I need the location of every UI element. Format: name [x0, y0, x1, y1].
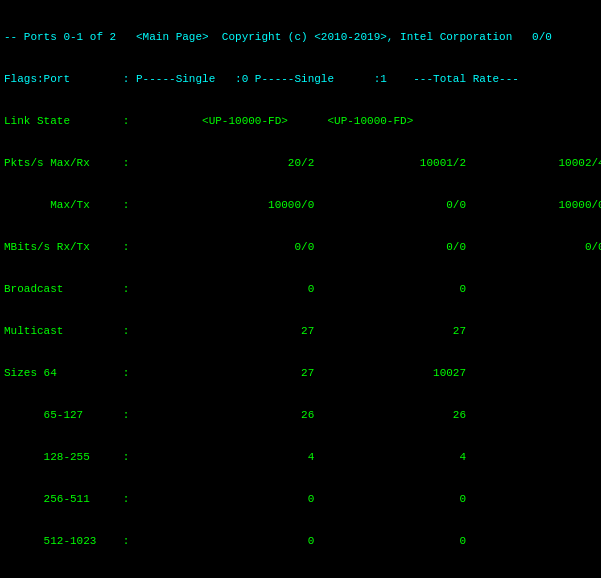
mbits-rxtx-row: MBits/s Rx/Tx : 0/0 0/0 0/0 [4, 240, 597, 254]
sizes128-row: 128-255 : 4 4 [4, 450, 597, 464]
header-row: Flags:Port : P-----Single :0 P-----Singl… [4, 72, 597, 86]
sizes64-row: Sizes 64 : 27 10027 [4, 366, 597, 380]
link-state-row: Link State : <UP-10000-FD> <UP-10000-FD> [4, 114, 597, 128]
sizes512-row: 512-1023 : 0 0 [4, 534, 597, 548]
sizes65-row: 65-127 : 26 26 [4, 408, 597, 422]
terminal: -- Ports 0-1 of 2 <Main Page> Copyright … [0, 0, 601, 578]
multicast-row: Multicast : 27 27 [4, 324, 597, 338]
pkts-maxrx-row: Pkts/s Max/Rx : 20/2 10001/2 10002/4 [4, 156, 597, 170]
broadcast-row: Broadcast : 0 0 [4, 282, 597, 296]
title-line: -- Ports 0-1 of 2 <Main Page> Copyright … [4, 30, 597, 44]
pkts-maxtx-row: Max/Tx : 10000/0 0/0 10000/0 [4, 198, 597, 212]
sizes256-row: 256-511 : 0 0 [4, 492, 597, 506]
